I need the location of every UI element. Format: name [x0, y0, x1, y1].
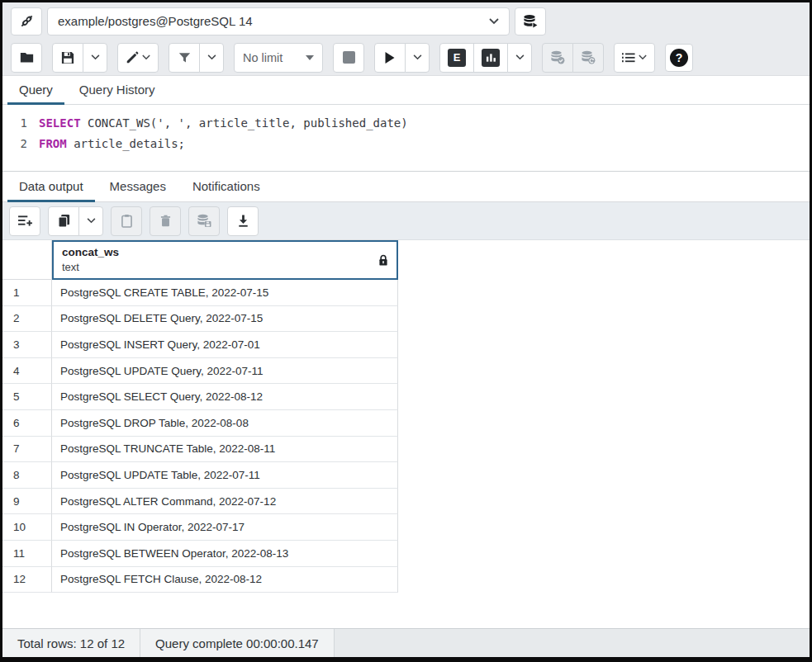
row-number[interactable]: 1: [2, 280, 52, 306]
row-number[interactable]: 4: [2, 358, 52, 385]
tab-data-output[interactable]: Data output: [7, 172, 95, 202]
data-output-toolbar: [2, 202, 810, 240]
chevron-down-icon: [91, 54, 100, 60]
explain-options-button[interactable]: [507, 43, 532, 73]
caret-down-icon: [306, 55, 314, 60]
tab-query[interactable]: Query: [7, 76, 64, 105]
save-file-button[interactable]: [52, 43, 83, 73]
total-rows-status: Total rows: 12 of 12: [2, 629, 140, 657]
chevron-down-icon: [515, 54, 525, 60]
row-value[interactable]: PostgreSQL UPDATE Query, 2022-07-11: [52, 358, 398, 385]
row-number[interactable]: 7: [2, 437, 52, 463]
save-data-button[interactable]: [188, 206, 220, 236]
query-complete-status: Query complete 00:00:00.147: [140, 629, 335, 657]
table-row: 1PostgreSQL CREATE TABLE, 2022-07-15: [2, 280, 398, 306]
data-output-panel: concat_ws text 1PostgreSQL CREATE TABLE,…: [2, 240, 810, 628]
row-value[interactable]: PostgreSQL BETWEEN Operator, 2022-08-13: [52, 541, 398, 567]
clipboard-icon: [121, 214, 132, 228]
execute-options-button[interactable]: [405, 43, 430, 73]
connection-status-button[interactable]: [11, 7, 42, 35]
row-value[interactable]: PostgreSQL UPDATE Table, 2022-07-11: [52, 462, 398, 489]
save-icon: [61, 51, 74, 64]
tab-messages[interactable]: Messages: [98, 172, 178, 202]
status-bar: Total rows: 12 of 12 Query complete 00:0…: [2, 628, 810, 657]
table-row: 5PostgreSQL SELECT Query, 2022-08-12: [2, 384, 398, 410]
new-connection-button[interactable]: [515, 7, 546, 35]
row-number[interactable]: 11: [2, 541, 52, 567]
tab-notifications[interactable]: Notifications: [181, 172, 272, 202]
sql-editor[interactable]: 1 SELECT CONCAT_WS(', ', article_title, …: [2, 105, 810, 172]
row-number[interactable]: 9: [2, 489, 52, 515]
chevron-down-icon: [413, 54, 422, 60]
help-button[interactable]: ?: [665, 44, 693, 72]
row-value[interactable]: PostgreSQL CREATE TABLE, 2022-07-15: [52, 280, 398, 306]
commit-icon: [550, 50, 565, 64]
copy-button[interactable]: [48, 206, 79, 236]
chevron-down-icon: [639, 54, 647, 60]
row-limit-value: No limit: [243, 51, 283, 64]
pencil-icon: [126, 51, 139, 64]
chevron-down-icon: [142, 54, 150, 60]
row-value[interactable]: PostgreSQL SELECT Query, 2022-08-12: [52, 384, 398, 410]
chevron-down-icon: [489, 18, 499, 25]
rollback-button[interactable]: [572, 43, 604, 73]
row-value[interactable]: PostgreSQL IN Operator, 2022-07-17: [52, 514, 398, 541]
tab-query-history[interactable]: Query History: [68, 76, 167, 105]
row-number[interactable]: 3: [2, 332, 52, 358]
row-number[interactable]: 10: [2, 514, 52, 541]
filter-options-button[interactable]: [199, 43, 224, 73]
row-number[interactable]: 2: [2, 306, 52, 333]
row-value[interactable]: PostgreSQL TRUNCATE Table, 2022-08-11: [52, 437, 398, 463]
pgadmin-query-tool-window: example/postgres@PostgreSQL 14: [0, 0, 812, 662]
sql-keyword: SELECT: [39, 113, 81, 134]
paste-button[interactable]: [111, 206, 142, 236]
lock-icon: [378, 254, 388, 267]
row-value[interactable]: PostgreSQL ALTER Command, 2022-07-12: [52, 489, 398, 515]
edit-button[interactable]: [117, 43, 159, 73]
row-limit-select[interactable]: No limit: [234, 43, 323, 73]
cancel-query-button[interactable]: [333, 43, 364, 73]
copy-options-button[interactable]: [78, 206, 103, 236]
download-button[interactable]: [227, 206, 259, 236]
row-value[interactable]: PostgreSQL INSERT Query, 2022-07-01: [52, 332, 398, 358]
column-header-concat-ws[interactable]: concat_ws text: [52, 240, 398, 280]
explain-analyze-button[interactable]: [473, 43, 508, 73]
chevron-down-icon: [87, 218, 96, 224]
table-row: 11PostgreSQL BETWEEN Operator, 2022-08-1…: [2, 541, 398, 567]
row-number[interactable]: 12: [2, 567, 52, 593]
database-connect-icon: [523, 14, 538, 29]
result-grid: concat_ws text 1PostgreSQL CREATE TABLE,…: [2, 240, 398, 593]
filter-icon: [178, 52, 191, 64]
trash-icon: [160, 215, 171, 227]
save-options-button[interactable]: [83, 43, 107, 73]
row-value[interactable]: PostgreSQL DROP Table, 2022-08-08: [52, 410, 398, 437]
explain-analyze-icon: [482, 49, 500, 67]
row-number[interactable]: 5: [2, 384, 52, 410]
row-number[interactable]: 8: [2, 462, 52, 489]
row-number[interactable]: 6: [2, 410, 52, 437]
output-tabbar: Data output Messages Notifications: [2, 172, 810, 202]
delete-row-button[interactable]: [150, 206, 181, 236]
select-all-corner[interactable]: [2, 240, 52, 280]
connection-selector[interactable]: example/postgres@PostgreSQL 14: [47, 7, 510, 35]
numbered-list-icon: [622, 52, 635, 64]
row-value[interactable]: PostgreSQL FETCH Clause, 2022-08-12: [52, 567, 398, 593]
macros-button[interactable]: [614, 43, 655, 73]
add-row-button[interactable]: [9, 206, 40, 236]
table-row: 6PostgreSQL DROP Table, 2022-08-08: [2, 410, 398, 437]
commit-button[interactable]: [542, 43, 573, 73]
execute-button[interactable]: [374, 43, 406, 73]
explain-button[interactable]: E: [439, 43, 474, 73]
table-row: 4PostgreSQL UPDATE Query, 2022-07-11: [2, 358, 398, 385]
line-number: 2: [2, 134, 39, 154]
play-icon: [384, 51, 396, 64]
filter-button[interactable]: [169, 43, 200, 73]
save-data-icon: [197, 214, 211, 228]
row-value[interactable]: PostgreSQL DELETE Query, 2022-07-15: [52, 306, 398, 333]
explain-icon: E: [448, 49, 466, 67]
folder-icon: [20, 51, 34, 64]
open-file-button[interactable]: [11, 43, 42, 73]
table-row: 3PostgreSQL INSERT Query, 2022-07-01: [2, 332, 398, 358]
table-row: 12PostgreSQL FETCH Clause, 2022-08-12: [2, 567, 398, 593]
sql-code: article_details;: [67, 134, 185, 154]
